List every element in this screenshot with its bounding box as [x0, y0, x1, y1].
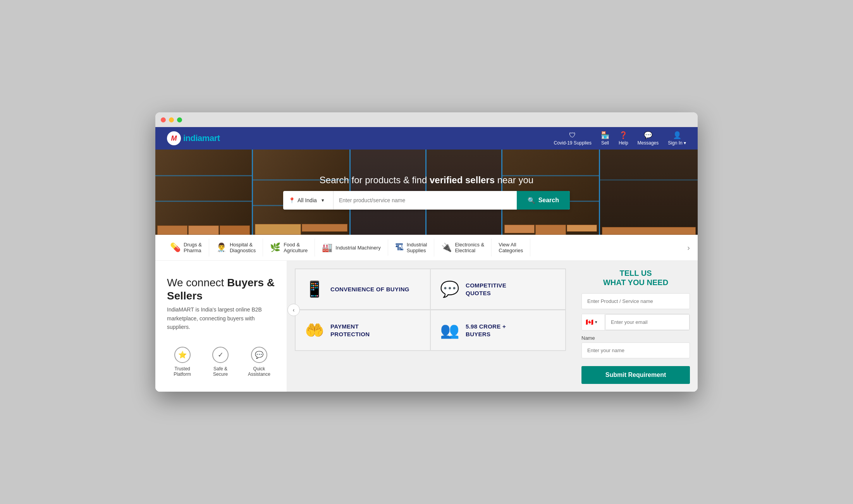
- payment-icon: 🤲: [305, 321, 324, 339]
- chevron-right-icon: ›: [687, 243, 690, 252]
- product-field: [581, 293, 690, 309]
- hospital-icon: 👨‍⚕️: [216, 243, 227, 253]
- category-drugs-label: Drugs &Pharma: [184, 242, 202, 253]
- nav-messages[interactable]: 💬 Messages: [638, 131, 659, 146]
- nav-sell-label: Sell: [601, 140, 609, 146]
- category-industrial-machinery[interactable]: 🏭 Industrial Machinery: [315, 239, 388, 256]
- feature-competitive: 💬 COMPETITIVEQUOTES: [430, 269, 566, 310]
- industrial-machinery-icon: 🏭: [322, 243, 332, 253]
- shield-icon: 🛡: [569, 131, 576, 139]
- category-industrial-machinery-label: Industrial Machinery: [335, 245, 380, 251]
- convenience-icon: 📱: [305, 280, 324, 298]
- email-row: 🇨🇦 ▾: [581, 314, 690, 330]
- form-title-line2: WHAT YOU NEED: [581, 278, 690, 287]
- browser-window: M indiamart 🛡 Covid-19 Supplies 🏪 Sell ❓…: [155, 112, 698, 392]
- left-panel: We connect Buyers & Sellers IndiaMART is…: [155, 261, 287, 392]
- logo[interactable]: M indiamart: [167, 131, 220, 145]
- prev-button[interactable]: ‹: [287, 304, 300, 316]
- trust-platform: ⭐ Trusted Platform: [167, 347, 198, 377]
- nav-signin-label: Sign In ▾: [668, 140, 686, 146]
- convenience-label: CONVENIENCE OF BUYING: [330, 286, 409, 293]
- nav-help[interactable]: ❓ Help: [619, 131, 628, 146]
- main-description: IndiaMART is India's largest online B2B …: [167, 305, 275, 331]
- electronics-icon: 🔌: [441, 243, 452, 253]
- logo-icon: M: [167, 131, 181, 145]
- buyers-icon: 👥: [440, 321, 459, 339]
- payment-row: 🤲 PAYMENTPROTECTION: [305, 321, 370, 339]
- flag-select[interactable]: 🇨🇦 ▾: [582, 314, 605, 330]
- name-label: Name: [581, 335, 690, 341]
- hero-title-normal: Search for products & find: [320, 175, 430, 185]
- categories-bar: 💊 Drugs &Pharma 👨‍⚕️ Hospital &Diagnosti…: [155, 235, 698, 261]
- trusted-platform-icon: ⭐: [174, 347, 191, 363]
- feature-payment: 🤲 PAYMENTPROTECTION: [295, 310, 430, 351]
- chevron-down-icon: ▼: [321, 198, 325, 203]
- form-title-line1: TELL US: [581, 268, 690, 278]
- nav-help-label: Help: [619, 140, 628, 146]
- quick-assistance-label: Quick Assistance: [243, 366, 275, 377]
- category-industrial-supplies-label: IndustrialSupplies: [407, 242, 427, 253]
- categories-chevron-right[interactable]: ›: [687, 243, 690, 252]
- buyers-label: 5.98 CRORE +BUYERS: [466, 323, 506, 338]
- close-button[interactable]: [161, 117, 166, 122]
- category-electronics[interactable]: 🔌 Electronics &Electrical: [434, 239, 492, 256]
- category-food-label: Food &Agriculture: [284, 242, 308, 253]
- payment-label: PAYMENTPROTECTION: [330, 323, 370, 338]
- competitive-row: 💬 COMPETITIVEQUOTES: [440, 280, 506, 298]
- flag-code: ▾: [595, 320, 597, 325]
- location-dropdown[interactable]: 📍 All India ▼: [283, 191, 334, 210]
- trust-icons: ⭐ Trusted Platform ✓ Safe & Secure 💬 Qui…: [167, 347, 275, 377]
- minimize-button[interactable]: [169, 117, 174, 122]
- sell-icon: 🏪: [601, 131, 609, 139]
- nav-signin[interactable]: 👤 Sign In ▾: [668, 131, 686, 146]
- hero-title: Search for products & find verified sell…: [283, 175, 570, 186]
- safe-secure-icon: ✓: [212, 347, 229, 363]
- category-food[interactable]: 🌿 Food &Agriculture: [263, 239, 315, 256]
- right-form: TELL US WHAT YOU NEED 🇨🇦 ▾ Name Su: [574, 261, 698, 392]
- hero-title-bold: verified sellers: [430, 175, 495, 185]
- logo-text: indiamart: [183, 133, 220, 143]
- category-hospital-label: Hospital &Diagnostics: [230, 242, 256, 253]
- features-grid: ‹ 📱 CONVENIENCE OF BUYING 💬 COMPETITIVEQ…: [295, 268, 566, 351]
- email-input[interactable]: [605, 314, 690, 330]
- feature-buyers: 👥 5.98 CRORE +BUYERS: [430, 310, 566, 351]
- industrial-supplies-icon: 🏗: [395, 243, 404, 253]
- safe-secure-label: Safe & Secure: [207, 366, 234, 377]
- category-electronics-label: Electronics &Electrical: [455, 242, 484, 253]
- drugs-icon: 💊: [170, 243, 181, 253]
- messages-icon: 💬: [644, 131, 652, 139]
- titlebar: [155, 112, 698, 127]
- pin-icon: 📍: [289, 197, 295, 203]
- hero-content: Search for products & find verified sell…: [283, 175, 570, 210]
- name-input[interactable]: [581, 342, 690, 358]
- category-industrial-supplies[interactable]: 🏗 IndustrialSupplies: [388, 239, 435, 256]
- view-all-label: View AllCategories: [499, 242, 523, 253]
- heading-normal: We connect: [167, 277, 227, 289]
- search-button[interactable]: 🔍 Search: [517, 191, 570, 210]
- form-title: TELL US WHAT YOU NEED: [581, 268, 690, 287]
- submit-button[interactable]: Submit Requirement: [581, 366, 690, 384]
- quick-assistance-icon: 💬: [251, 347, 267, 363]
- help-icon: ❓: [619, 131, 628, 139]
- product-input[interactable]: [581, 293, 690, 309]
- nav-covid[interactable]: 🛡 Covid-19 Supplies: [554, 131, 592, 146]
- category-view-all[interactable]: View AllCategories: [492, 239, 530, 256]
- search-icon: 🔍: [528, 197, 535, 204]
- trusted-platform-label: Trusted Platform: [167, 366, 198, 377]
- main-heading: We connect Buyers & Sellers: [167, 276, 275, 302]
- category-drugs[interactable]: 💊 Drugs &Pharma: [163, 239, 209, 256]
- nav-right: 🛡 Covid-19 Supplies 🏪 Sell ❓ Help 💬 Mess…: [554, 131, 686, 146]
- search-input[interactable]: [334, 191, 517, 210]
- convenience-row: 📱 CONVENIENCE OF BUYING: [305, 280, 409, 298]
- buyers-row: 👥 5.98 CRORE +BUYERS: [440, 321, 506, 339]
- nav-covid-label: Covid-19 Supplies: [554, 140, 592, 146]
- main-content: We connect Buyers & Sellers IndiaMART is…: [155, 261, 698, 392]
- category-hospital[interactable]: 👨‍⚕️ Hospital &Diagnostics: [209, 239, 263, 256]
- navbar: M indiamart 🛡 Covid-19 Supplies 🏪 Sell ❓…: [155, 127, 698, 150]
- maximize-button[interactable]: [177, 117, 182, 122]
- food-icon: 🌿: [270, 243, 280, 253]
- features-panel: ‹ 📱 CONVENIENCE OF BUYING 💬 COMPETITIVEQ…: [287, 261, 574, 392]
- nav-messages-label: Messages: [638, 140, 659, 146]
- nav-sell[interactable]: 🏪 Sell: [601, 131, 609, 146]
- name-field: Name: [581, 335, 690, 358]
